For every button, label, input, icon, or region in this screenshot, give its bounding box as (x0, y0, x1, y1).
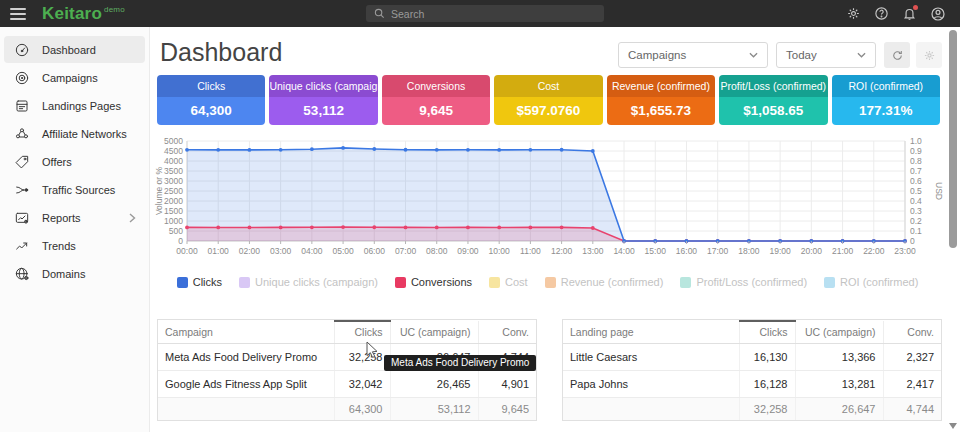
sidebar-item-affiliate-networks[interactable]: Affiliate Networks (4, 120, 145, 147)
legend-item-4[interactable]: Revenue (confirmed) (545, 276, 664, 288)
svg-text:11:00: 11:00 (520, 246, 541, 256)
stat-card-value: 177.31% (832, 97, 940, 125)
column-header-conv-[interactable]: Conv. (478, 321, 536, 343)
tag-icon (14, 154, 30, 170)
svg-text:06:00: 06:00 (364, 246, 386, 256)
totals-row: 64,30053,1129,645 (158, 397, 536, 420)
sidebar-item-label: Traffic Sources (42, 184, 115, 196)
svg-text:13:00: 13:00 (582, 246, 604, 256)
stat-card-3[interactable]: Cost$597.0760 (494, 75, 602, 125)
search-placeholder: Search (391, 8, 424, 20)
logo-demo-badge: demo (104, 5, 125, 14)
row-name: Meta Ads Food Delivery Promo (158, 343, 334, 370)
page-scrollbar[interactable] (949, 27, 958, 432)
svg-text:10:00: 10:00 (489, 246, 511, 256)
legend-swatch (545, 277, 556, 288)
mouse-cursor (366, 341, 379, 362)
stat-card-2[interactable]: Conversions9,645 (382, 75, 490, 125)
column-header-uc-campaign-[interactable]: UC (campaign) (795, 321, 883, 343)
sidebar-item-reports[interactable]: Reports (4, 204, 145, 231)
totals-value: 4,744 (883, 397, 941, 420)
notifications-bell-icon[interactable] (901, 5, 918, 22)
people-icon (14, 126, 30, 142)
column-header-name[interactable]: Campaign (158, 321, 334, 343)
legend-item-0[interactable]: Clicks (177, 276, 222, 288)
row-name: Papa Johns (563, 370, 739, 397)
svg-text:0.2: 0.2 (910, 216, 922, 226)
sidebar-item-offers[interactable]: Offers (4, 148, 145, 175)
dashboard-chart[interactable]: 0500100015002000250030003500400045005000… (153, 133, 947, 263)
legend-label: Unique clicks (campaign) (255, 276, 378, 288)
sidebar-item-dashboard[interactable]: Dashboard (4, 36, 145, 63)
legend-label: Clicks (193, 276, 222, 288)
sidebar-item-label: Reports (42, 212, 81, 224)
sidebar-item-label: Offers (42, 156, 72, 168)
column-header-clicks[interactable]: Clicks (334, 321, 390, 343)
legend-swatch (239, 277, 250, 288)
svg-text:0.5: 0.5 (910, 186, 922, 196)
totals-value: 26,647 (795, 397, 883, 420)
app-logo[interactable]: Keitarodemo (42, 4, 125, 24)
svg-text:2000: 2000 (164, 196, 183, 206)
campaigns-filter-select[interactable]: Campaigns (618, 42, 768, 68)
row-value: 2,327 (883, 343, 941, 370)
svg-text:0.7: 0.7 (910, 166, 922, 176)
stat-card-0[interactable]: Clicks64,300 (157, 75, 265, 125)
column-header-name[interactable]: Landing page (563, 321, 739, 343)
svg-text:05:00: 05:00 (332, 246, 354, 256)
totals-value: 64,300 (334, 397, 390, 420)
legend-label: Revenue (confirmed) (561, 276, 664, 288)
legend-item-2[interactable]: Conversions (395, 276, 472, 288)
table-row[interactable]: Google Ads Fitness App Split32,04226,465… (158, 370, 536, 397)
help-icon[interactable] (873, 5, 890, 22)
legend-item-3[interactable]: Cost (489, 276, 528, 288)
sidebar-item-label: Affiliate Networks (42, 128, 127, 140)
svg-text:1500: 1500 (164, 206, 183, 216)
search-input[interactable]: Search (366, 5, 604, 22)
date-range-select[interactable]: Today (776, 42, 876, 68)
svg-text:0: 0 (910, 236, 915, 246)
stat-card-4[interactable]: Revenue (confirmed)$1,655.73 (607, 75, 715, 125)
scrollbar-thumb[interactable] (949, 30, 957, 248)
column-header-clicks[interactable]: Clicks (739, 321, 795, 343)
svg-text:500: 500 (169, 226, 183, 236)
svg-text:08:00: 08:00 (426, 246, 448, 256)
account-icon[interactable] (929, 5, 946, 22)
svg-text:04:00: 04:00 (301, 246, 323, 256)
scrollbar-down-arrow[interactable] (949, 423, 957, 429)
gauge-icon (14, 42, 30, 58)
sidebar-item-trends[interactable]: Trends (4, 232, 145, 259)
hamburger-menu-icon[interactable] (10, 5, 26, 23)
split-icon (14, 182, 30, 198)
table-row[interactable]: Little Caesars16,13013,3662,327 (563, 343, 941, 370)
stat-card-6[interactable]: ROI (confirmed)177.31% (832, 75, 940, 125)
svg-text:0.9: 0.9 (910, 146, 922, 156)
svg-text:3000: 3000 (164, 176, 183, 186)
column-header-conv-[interactable]: Conv. (883, 321, 941, 343)
table-row[interactable]: Papa Johns16,12813,2812,417 (563, 370, 941, 397)
svg-text:4000: 4000 (164, 156, 183, 166)
legend-swatch (824, 277, 835, 288)
sidebar-item-label: Landings Pages (42, 100, 121, 112)
stat-card-label: Unique clicks (campaign) (269, 75, 377, 97)
stat-card-1[interactable]: Unique clicks (campaign)53,112 (269, 75, 377, 125)
totals-name (158, 397, 334, 420)
target-icon (14, 70, 30, 86)
legend-item-6[interactable]: ROI (confirmed) (824, 276, 918, 288)
sidebar-item-landings-pages[interactable]: Landings Pages (4, 92, 145, 119)
sidebar-item-label: Campaigns (42, 72, 98, 84)
gear-icon[interactable] (845, 5, 862, 22)
globe-icon (14, 266, 30, 282)
sidebar-item-campaigns[interactable]: Campaigns (4, 64, 145, 91)
refresh-button[interactable] (884, 42, 910, 68)
row-value: 26,465 (390, 370, 478, 397)
legend-item-5[interactable]: Profit/Loss (confirmed) (680, 276, 807, 288)
stat-card-5[interactable]: Profit/Loss (confirmed)$1,058.65 (719, 75, 827, 125)
column-header-uc-campaign-[interactable]: UC (campaign) (390, 321, 478, 343)
legend-item-1[interactable]: Unique clicks (campaign) (239, 276, 378, 288)
sidebar-item-domains[interactable]: Domains (4, 260, 145, 287)
svg-text:19:00: 19:00 (769, 246, 791, 256)
sidebar-item-traffic-sources[interactable]: Traffic Sources (4, 176, 145, 203)
row-value: 2,417 (883, 370, 941, 397)
dashboard-settings-button[interactable] (916, 42, 942, 68)
